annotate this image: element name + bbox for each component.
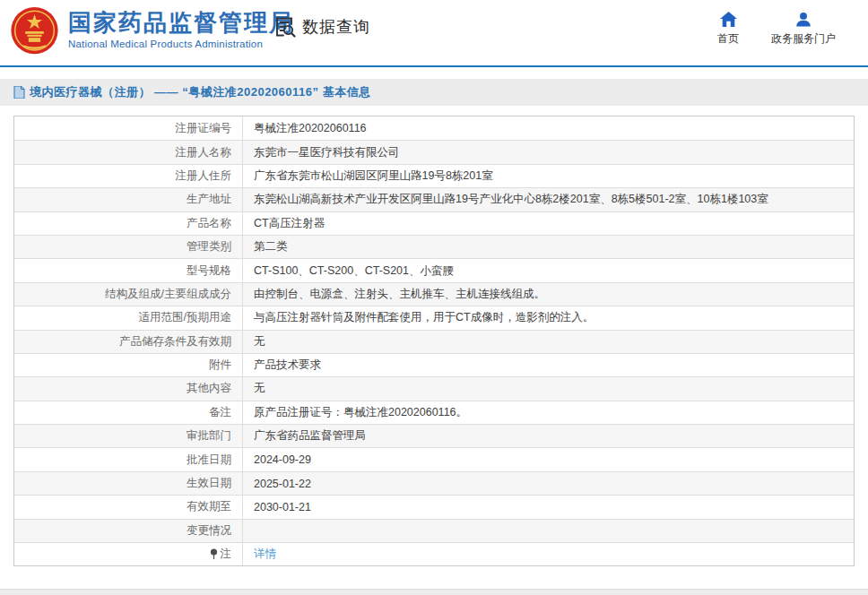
row-value-text: 2030-01-21	[254, 501, 311, 513]
row-value-text: 广东省药品监督管理局	[254, 428, 366, 444]
nav-home-label: 首页	[717, 31, 739, 47]
row-value-text: CT高压注射器	[254, 216, 325, 231]
table-row: 批准日期2024-09-29	[14, 447, 854, 470]
row-label-text: 型号规格	[187, 263, 231, 279]
row-label: 变更情况	[14, 520, 243, 542]
row-value-text: 2025-01-22	[254, 478, 311, 490]
user-icon	[795, 12, 812, 27]
row-value: 2025-01-22	[243, 472, 854, 495]
row-label: 注册证编号	[14, 116, 243, 140]
pin-icon	[210, 548, 218, 560]
row-value: CT-S100、CT-S200、CT-S201、小蛮腰	[243, 259, 854, 281]
document-search-icon	[273, 15, 297, 39]
top-nav: 首页 政务服务门户	[717, 12, 836, 47]
row-value: 无	[243, 377, 854, 400]
row-value: 东莞市一星医疗科技有限公司	[243, 141, 854, 163]
table-row: 生产地址东莞松山湖高新技术产业开发区阿里山路19号产业化中心8栋2楼201室、8…	[14, 187, 854, 211]
row-value: 广东省药品监督管理局	[243, 425, 854, 447]
row-value-text: 原产品注册证号：粤械注准20202060116。	[254, 405, 467, 420]
table-row: 其他内容无	[14, 376, 854, 400]
row-label: 有效期至	[14, 496, 243, 518]
row-label-text: 结构及组成/主要组成成分	[105, 287, 231, 302]
row-label: 管理类别	[14, 236, 243, 258]
national-emblem-logo	[9, 5, 60, 57]
row-label: 型号规格	[14, 259, 243, 281]
row-value-text: 第二类	[254, 239, 288, 254]
row-value-text: 无	[254, 381, 265, 396]
row-label: 生产地址	[14, 188, 243, 211]
row-label: 注	[14, 543, 243, 565]
footer-strip	[0, 589, 868, 595]
brand-block: 国家药品监督管理局 National Medical Products Admi…	[68, 8, 294, 49]
row-value: 2024-09-29	[243, 448, 854, 470]
row-label: 审批部门	[14, 425, 243, 447]
row-label: 生效日期	[14, 472, 243, 495]
row-value-text: 无	[254, 334, 265, 349]
row-label-text: 注	[221, 547, 232, 562]
row-label: 注册人住所	[14, 165, 243, 187]
site-title: 国家药品监督管理局	[68, 8, 294, 37]
row-label-text: 生效日期	[187, 476, 231, 491]
row-value: 原产品注册证号：粤械注准20202060116。	[243, 401, 854, 424]
page-title: 境内医疗器械（注册） —— “粤械注准20202060116” 基本信息	[30, 84, 371, 100]
row-value-text: 广东省东莞市松山湖园区阿里山路19号8栋201室	[254, 168, 493, 184]
row-value: 与高压注射器针筒及附件配套使用，用于CT成像时，造影剂的注入。	[243, 306, 854, 329]
table-row: 备注原产品注册证号：粤械注准20202060116。	[14, 401, 854, 424]
site-header: 国家药品监督管理局 National Medical Products Admi…	[0, 0, 868, 65]
row-label-text: 产品名称	[187, 216, 231, 231]
row-label-text: 管理类别	[187, 239, 231, 254]
row-label: 结构及组成/主要组成成分	[14, 283, 243, 306]
site-subtitle: National Medical Products Administration	[68, 39, 294, 49]
row-label: 附件	[14, 354, 243, 376]
table-row: 审批部门广东省药品监督管理局	[14, 424, 854, 447]
table-row: 注册证编号粤械注准20202060116	[14, 116, 854, 140]
table-row: 注详情	[14, 542, 854, 565]
table-row: 注册人住所广东省东莞市松山湖园区阿里山路19号8栋201室	[14, 164, 854, 187]
row-label: 备注	[14, 401, 243, 424]
row-label-text: 产品储存条件及有效期	[119, 334, 231, 349]
row-value-text: 2024-09-29	[254, 453, 311, 466]
row-label-text: 批准日期	[187, 453, 231, 468]
table-row: 产品名称CT高压注射器	[14, 211, 854, 235]
table-row: 结构及组成/主要组成成分由控制台、电源盒、注射头、主机推车、主机连接线组成。	[14, 282, 854, 306]
row-value: 第二类	[243, 236, 854, 258]
nav-portal[interactable]: 政务服务门户	[771, 12, 836, 47]
table-row: 变更情况	[14, 519, 854, 542]
page-icon	[13, 86, 25, 99]
row-label-text: 有效期至	[187, 499, 231, 514]
details-link[interactable]: 详情	[254, 547, 276, 562]
data-query-label: 数据查询	[302, 16, 370, 38]
row-label-text: 其他内容	[187, 381, 231, 396]
row-value: 广东省东莞市松山湖园区阿里山路19号8栋201室	[243, 165, 854, 187]
page: 国家药品监督管理局 National Medical Products Admi…	[0, 0, 868, 595]
nav-portal-label: 政务服务门户	[771, 31, 836, 47]
row-value: 详情	[243, 543, 854, 565]
row-label: 注册人名称	[14, 141, 243, 163]
row-label-text: 适用范围/预期用途	[139, 310, 231, 325]
table-row: 产品储存条件及有效期无	[14, 330, 854, 353]
table-row: 型号规格CT-S100、CT-S200、CT-S201、小蛮腰	[14, 258, 854, 281]
row-value: 粤械注准20202060116	[243, 116, 854, 140]
row-label: 适用范围/预期用途	[14, 306, 243, 329]
row-value: 无	[243, 331, 854, 353]
row-label-text: 审批部门	[187, 428, 231, 444]
row-value-text: 粤械注准20202060116	[254, 121, 367, 136]
header-divider	[0, 65, 868, 67]
row-value: 产品技术要求	[243, 354, 854, 376]
table-row: 管理类别第二类	[14, 235, 854, 258]
row-label: 批准日期	[14, 448, 243, 470]
nav-home[interactable]: 首页	[717, 12, 739, 47]
row-label: 产品储存条件及有效期	[14, 331, 243, 353]
home-icon	[720, 12, 737, 27]
row-value-text: 东莞市一星医疗科技有限公司	[254, 145, 400, 160]
table-row: 适用范围/预期用途与高压注射器针筒及附件配套使用，用于CT成像时，造影剂的注入。	[14, 306, 854, 329]
breadcrumb-bar: 境内医疗器械（注册） —— “粤械注准20202060116” 基本信息	[0, 79, 868, 106]
detail-table: 注册证编号粤械注准20202060116注册人名称东莞市一星医疗科技有限公司注册…	[13, 116, 855, 566]
row-label-text: 注册证编号	[176, 121, 232, 136]
data-query-section: 数据查询	[273, 15, 370, 39]
row-label-text: 注册人名称	[176, 145, 232, 160]
row-label: 其他内容	[14, 377, 243, 400]
table-row: 注册人名称东莞市一星医疗科技有限公司	[14, 140, 854, 163]
row-value-text: CT-S100、CT-S200、CT-S201、小蛮腰	[254, 263, 454, 279]
row-label-text: 附件	[209, 358, 231, 373]
